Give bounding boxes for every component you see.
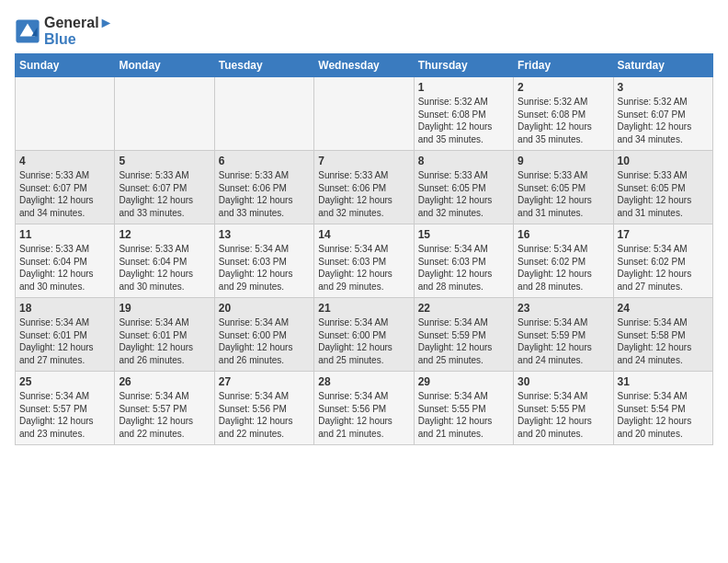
day-number: 28 — [318, 375, 409, 388]
day-content: Sunrise: 5:33 AM Sunset: 6:06 PM Dayligh… — [219, 169, 310, 219]
day-of-week-header: Thursday — [414, 54, 513, 77]
day-content: Sunrise: 5:33 AM Sunset: 6:05 PM Dayligh… — [518, 169, 609, 219]
day-number: 3 — [618, 81, 709, 94]
calendar-cell — [115, 77, 214, 151]
day-number: 22 — [418, 302, 509, 315]
calendar-cell — [214, 77, 313, 151]
calendar-week-row: 25Sunrise: 5:34 AM Sunset: 5:57 PM Dayli… — [16, 372, 713, 445]
calendar-cell: 30Sunrise: 5:34 AM Sunset: 5:55 PM Dayli… — [514, 372, 613, 445]
day-number: 24 — [618, 302, 709, 315]
day-of-week-header: Tuesday — [214, 54, 313, 77]
calendar-header-row: SundayMondayTuesdayWednesdayThursdayFrid… — [16, 54, 713, 77]
day-number: 12 — [119, 228, 210, 241]
calendar-cell: 3Sunrise: 5:32 AM Sunset: 6:07 PM Daylig… — [613, 77, 712, 151]
calendar-week-row: 1Sunrise: 5:32 AM Sunset: 6:08 PM Daylig… — [16, 77, 713, 151]
day-number: 31 — [618, 375, 709, 388]
calendar-cell: 24Sunrise: 5:34 AM Sunset: 5:58 PM Dayli… — [613, 298, 712, 372]
day-content: Sunrise: 5:34 AM Sunset: 5:59 PM Dayligh… — [418, 316, 509, 366]
day-content: Sunrise: 5:33 AM Sunset: 6:05 PM Dayligh… — [618, 169, 709, 219]
day-content: Sunrise: 5:33 AM Sunset: 6:07 PM Dayligh… — [19, 169, 110, 219]
day-content: Sunrise: 5:34 AM Sunset: 5:55 PM Dayligh… — [418, 390, 509, 440]
day-content: Sunrise: 5:34 AM Sunset: 6:03 PM Dayligh… — [318, 243, 409, 293]
day-number: 9 — [518, 155, 609, 167]
day-content: Sunrise: 5:34 AM Sunset: 6:00 PM Dayligh… — [219, 316, 310, 366]
calendar-cell: 18Sunrise: 5:34 AM Sunset: 6:01 PM Dayli… — [16, 298, 115, 372]
calendar-cell: 19Sunrise: 5:34 AM Sunset: 6:01 PM Dayli… — [115, 298, 214, 372]
day-number: 4 — [19, 155, 110, 167]
day-content: Sunrise: 5:34 AM Sunset: 6:01 PM Dayligh… — [19, 316, 110, 366]
calendar-table: SundayMondayTuesdayWednesdayThursdayFrid… — [15, 53, 713, 445]
day-number: 29 — [418, 375, 509, 388]
day-number: 1 — [418, 81, 509, 94]
day-content: Sunrise: 5:34 AM Sunset: 6:00 PM Dayligh… — [318, 316, 409, 366]
calendar-cell: 2Sunrise: 5:32 AM Sunset: 6:08 PM Daylig… — [514, 77, 613, 151]
day-number: 10 — [618, 155, 709, 167]
calendar-cell: 27Sunrise: 5:34 AM Sunset: 5:56 PM Dayli… — [214, 372, 313, 445]
calendar-cell: 13Sunrise: 5:34 AM Sunset: 6:03 PM Dayli… — [214, 224, 313, 298]
logo-icon — [15, 18, 40, 44]
calendar-week-row: 4Sunrise: 5:33 AM Sunset: 6:07 PM Daylig… — [16, 151, 713, 224]
day-number: 14 — [318, 228, 409, 241]
day-content: Sunrise: 5:32 AM Sunset: 6:07 PM Dayligh… — [618, 96, 709, 145]
logo: General► Blue — [15, 15, 113, 48]
day-content: Sunrise: 5:34 AM Sunset: 5:54 PM Dayligh… — [618, 390, 709, 440]
page-header: General► Blue — [15, 15, 713, 48]
day-number: 17 — [618, 228, 709, 241]
day-content: Sunrise: 5:34 AM Sunset: 6:01 PM Dayligh… — [119, 316, 210, 366]
calendar-cell: 1Sunrise: 5:32 AM Sunset: 6:08 PM Daylig… — [414, 77, 513, 151]
day-number: 6 — [219, 155, 310, 167]
day-number: 26 — [119, 375, 210, 388]
day-content: Sunrise: 5:34 AM Sunset: 6:03 PM Dayligh… — [219, 243, 310, 293]
day-content: Sunrise: 5:34 AM Sunset: 5:58 PM Dayligh… — [618, 316, 709, 366]
calendar-cell: 11Sunrise: 5:33 AM Sunset: 6:04 PM Dayli… — [16, 224, 115, 298]
calendar-cell: 23Sunrise: 5:34 AM Sunset: 5:59 PM Dayli… — [514, 298, 613, 372]
calendar-cell: 28Sunrise: 5:34 AM Sunset: 5:56 PM Dayli… — [314, 372, 414, 445]
calendar-cell — [16, 77, 115, 151]
logo-text: General► Blue — [44, 15, 113, 48]
day-content: Sunrise: 5:34 AM Sunset: 5:57 PM Dayligh… — [19, 390, 110, 440]
day-number: 8 — [418, 155, 509, 167]
calendar-cell: 5Sunrise: 5:33 AM Sunset: 6:07 PM Daylig… — [115, 151, 214, 224]
calendar-cell: 8Sunrise: 5:33 AM Sunset: 6:05 PM Daylig… — [414, 151, 513, 224]
calendar-cell: 12Sunrise: 5:33 AM Sunset: 6:04 PM Dayli… — [115, 224, 214, 298]
calendar-cell: 29Sunrise: 5:34 AM Sunset: 5:55 PM Dayli… — [414, 372, 513, 445]
calendar-cell: 4Sunrise: 5:33 AM Sunset: 6:07 PM Daylig… — [16, 151, 115, 224]
day-content: Sunrise: 5:34 AM Sunset: 5:57 PM Dayligh… — [119, 390, 210, 440]
day-number: 5 — [119, 155, 210, 167]
day-content: Sunrise: 5:34 AM Sunset: 5:56 PM Dayligh… — [219, 390, 310, 440]
day-number: 21 — [318, 302, 409, 315]
calendar-week-row: 11Sunrise: 5:33 AM Sunset: 6:04 PM Dayli… — [16, 224, 713, 298]
day-number: 19 — [119, 302, 210, 315]
calendar-cell: 26Sunrise: 5:34 AM Sunset: 5:57 PM Dayli… — [115, 372, 214, 445]
day-content: Sunrise: 5:34 AM Sunset: 5:56 PM Dayligh… — [318, 390, 409, 440]
calendar-cell: 16Sunrise: 5:34 AM Sunset: 6:02 PM Dayli… — [514, 224, 613, 298]
day-number: 16 — [518, 228, 609, 241]
day-content: Sunrise: 5:34 AM Sunset: 6:02 PM Dayligh… — [618, 243, 709, 293]
day-content: Sunrise: 5:34 AM Sunset: 6:03 PM Dayligh… — [418, 243, 509, 293]
calendar-week-row: 18Sunrise: 5:34 AM Sunset: 6:01 PM Dayli… — [16, 298, 713, 372]
day-content: Sunrise: 5:33 AM Sunset: 6:04 PM Dayligh… — [119, 243, 210, 293]
day-content: Sunrise: 5:33 AM Sunset: 6:06 PM Dayligh… — [318, 169, 409, 219]
day-number: 27 — [219, 375, 310, 388]
day-of-week-header: Friday — [514, 54, 613, 77]
day-of-week-header: Monday — [115, 54, 214, 77]
day-number: 18 — [19, 302, 110, 315]
day-of-week-header: Saturday — [613, 54, 712, 77]
day-number: 13 — [219, 228, 310, 241]
day-number: 11 — [19, 228, 110, 241]
calendar-cell: 21Sunrise: 5:34 AM Sunset: 6:00 PM Dayli… — [314, 298, 414, 372]
day-number: 30 — [518, 375, 609, 388]
calendar-cell — [314, 77, 414, 151]
calendar-cell: 20Sunrise: 5:34 AM Sunset: 6:00 PM Dayli… — [214, 298, 313, 372]
day-content: Sunrise: 5:33 AM Sunset: 6:07 PM Dayligh… — [119, 169, 210, 219]
calendar-cell: 9Sunrise: 5:33 AM Sunset: 6:05 PM Daylig… — [514, 151, 613, 224]
day-number: 7 — [318, 155, 409, 167]
calendar-cell: 15Sunrise: 5:34 AM Sunset: 6:03 PM Dayli… — [414, 224, 513, 298]
day-content: Sunrise: 5:32 AM Sunset: 6:08 PM Dayligh… — [518, 96, 609, 145]
day-number: 23 — [518, 302, 609, 315]
day-content: Sunrise: 5:33 AM Sunset: 6:05 PM Dayligh… — [418, 169, 509, 219]
day-content: Sunrise: 5:34 AM Sunset: 5:55 PM Dayligh… — [518, 390, 609, 440]
calendar-cell: 14Sunrise: 5:34 AM Sunset: 6:03 PM Dayli… — [314, 224, 414, 298]
calendar-cell: 6Sunrise: 5:33 AM Sunset: 6:06 PM Daylig… — [214, 151, 313, 224]
calendar-cell: 17Sunrise: 5:34 AM Sunset: 6:02 PM Dayli… — [613, 224, 712, 298]
